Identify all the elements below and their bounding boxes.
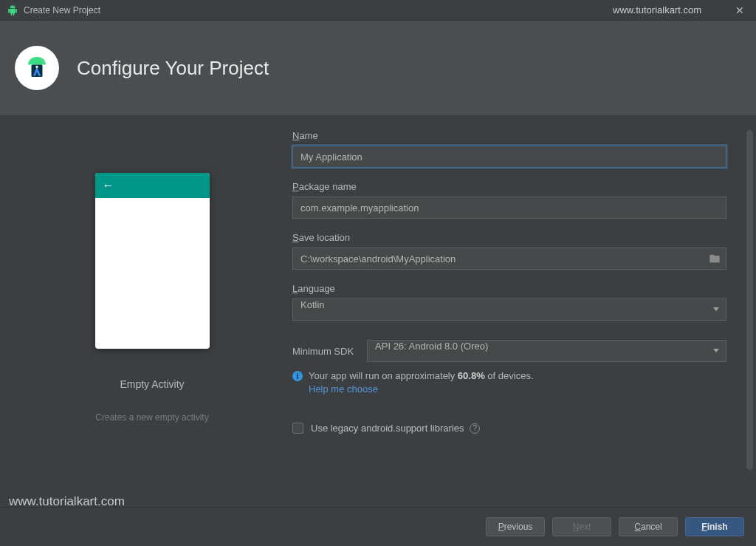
header: Configure Your Project	[0, 21, 756, 115]
window-title: Create New Project	[24, 5, 100, 16]
package-input[interactable]	[292, 197, 726, 219]
android-studio-logo	[15, 46, 59, 90]
language-select[interactable]: Kotlin	[292, 298, 726, 321]
package-label: Package name	[292, 181, 726, 192]
minimum-sdk-select[interactable]: API 26: Android 8.0 (Oreo)	[367, 340, 726, 362]
next-button: Next	[552, 517, 611, 536]
language-field-group: Language Kotlin	[292, 283, 726, 321]
footer: Previous Next Cancel Finish	[0, 507, 756, 546]
info-icon: i	[292, 371, 303, 381]
chevron-down-icon	[713, 307, 719, 311]
previous-button[interactable]: Previous	[486, 517, 545, 536]
vertical-scrollbar[interactable]	[746, 130, 753, 470]
form-column: Name Package name Save location Language…	[292, 130, 744, 507]
cancel-button[interactable]: Cancel	[619, 517, 678, 536]
help-me-choose-link[interactable]: Help me choose	[309, 383, 378, 395]
device-percentage: 60.8%	[458, 370, 485, 381]
sdk-info: i Your app will run on approximately 60.…	[292, 369, 726, 396]
finish-button[interactable]: Finish	[685, 517, 744, 536]
back-arrow-icon: ←	[103, 179, 114, 192]
template-name: Empty Activity	[120, 378, 184, 390]
help-icon[interactable]: ?	[470, 423, 480, 434]
close-icon[interactable]: ✕	[731, 3, 749, 18]
save-location-input[interactable]	[292, 248, 726, 270]
legacy-libraries-row: Use legacy android.support libraries ?	[292, 423, 726, 434]
name-input[interactable]	[292, 146, 726, 168]
page-title: Configure Your Project	[77, 57, 269, 80]
legacy-libraries-label: Use legacy android.support libraries	[311, 423, 464, 434]
name-label: Name	[292, 130, 726, 141]
titlebar-url: www.tutorialkart.com	[613, 4, 701, 16]
template-preview-column: ← Empty Activity Creates a new empty act…	[12, 130, 292, 507]
titlebar: Create New Project www.tutorialkart.com …	[0, 0, 756, 21]
watermark: www.tutorialkart.com	[9, 494, 125, 509]
legacy-libraries-checkbox[interactable]	[292, 423, 303, 434]
minimum-sdk-label: Minimum SDK	[292, 346, 354, 357]
package-field-group: Package name	[292, 181, 726, 219]
phone-preview: ←	[95, 173, 210, 349]
preview-appbar: ←	[95, 173, 210, 198]
android-icon	[7, 5, 18, 16]
minimum-sdk-row: Minimum SDK API 26: Android 8.0 (Oreo)	[292, 340, 726, 362]
body-content: ← Empty Activity Creates a new empty act…	[0, 115, 756, 507]
save-location-field-group: Save location	[292, 232, 726, 270]
template-description: Creates a new empty activity	[95, 412, 208, 423]
save-location-label: Save location	[292, 232, 726, 243]
chevron-down-icon	[713, 349, 719, 352]
folder-browse-icon[interactable]	[709, 253, 721, 265]
name-field-group: Name	[292, 130, 726, 168]
language-label: Language	[292, 283, 726, 294]
svg-point-1	[35, 66, 38, 68]
